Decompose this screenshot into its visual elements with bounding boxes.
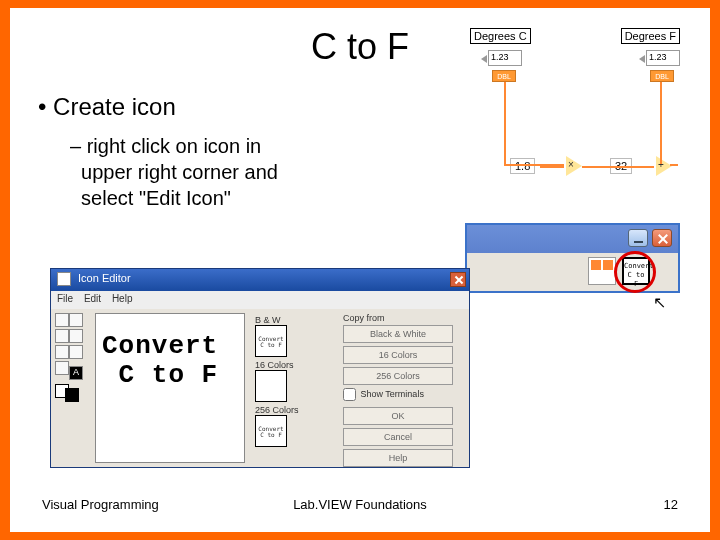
bw-label: B & W: [255, 315, 333, 325]
add-op: +: [656, 156, 672, 176]
bullet-1: • Create icon: [38, 93, 176, 121]
footer-page-number: 12: [664, 497, 678, 512]
filled-rect-tool[interactable]: [69, 345, 83, 359]
copy-bw-button[interactable]: Black & White: [343, 325, 453, 343]
cancel-button[interactable]: Cancel: [343, 428, 453, 446]
fill-tool[interactable]: [69, 329, 83, 343]
close-icon[interactable]: [450, 272, 466, 287]
preview-column: B & W ConvertC to F 16 Colors 256 Colors…: [255, 315, 333, 450]
vi-icon[interactable]: ConvertC to F: [622, 257, 650, 285]
connector-pane[interactable]: [588, 257, 616, 285]
copy-from-label: Copy from: [343, 313, 461, 323]
menu-bar[interactable]: File Edit Help: [51, 291, 469, 309]
canvas-line-2: C to F: [119, 360, 219, 390]
select-tool[interactable]: [55, 361, 69, 375]
ok-button[interactable]: OK: [343, 407, 453, 425]
pencil-tool[interactable]: [55, 313, 69, 327]
text-tool[interactable]: A: [69, 366, 83, 380]
bw-preview[interactable]: ConvertC to F: [255, 325, 287, 357]
copy-16-button[interactable]: 16 Colors: [343, 346, 453, 364]
numeric-indicator: 1.23: [646, 50, 680, 66]
button-column: Copy from Black & White 16 Colors 256 Co…: [343, 313, 461, 470]
line-tool[interactable]: [69, 313, 83, 327]
icon-editor-window: Icon Editor File Edit Help A Convert C t…: [50, 268, 470, 468]
slide: C to F • Create icon – right click on ic…: [10, 8, 710, 532]
window-title: Icon Editor: [78, 272, 131, 284]
degrees-f-label: Degrees F: [621, 28, 680, 44]
numeric-control: 1.23: [488, 50, 522, 66]
degrees-c-label: Degrees C: [470, 28, 531, 44]
icon-canvas[interactable]: Convert C to F: [95, 313, 245, 463]
canvas-line-1: Convert: [102, 331, 218, 361]
dropper-tool[interactable]: [55, 329, 69, 343]
multiply-op: ×: [566, 156, 582, 176]
show-terminals-check[interactable]: Show Terminals: [343, 388, 461, 401]
c256-preview[interactable]: ConvertC to F: [255, 415, 287, 447]
c16-preview[interactable]: [255, 370, 287, 402]
block-diagram: Degrees C Degrees F 1.23 1.23 DBL DBL 1.…: [470, 28, 680, 208]
close-button[interactable]: [652, 229, 672, 247]
footer-center: Lab.VIEW Foundations: [10, 497, 710, 512]
dbl-tag-2: DBL: [650, 70, 674, 82]
app-icon: [57, 272, 71, 286]
help-button[interactable]: Help: [343, 449, 453, 467]
cursor-icon: ↖: [653, 293, 666, 312]
dbl-tag-1: DBL: [492, 70, 516, 82]
vi-window-corner: ConvertC to F ↖: [465, 223, 680, 293]
bullet-2: – right click on icon in upper right cor…: [70, 133, 278, 211]
window-titlebar: Icon Editor: [51, 269, 469, 291]
color-swatches[interactable]: [55, 384, 85, 398]
tool-palette: A: [55, 313, 87, 398]
minimize-button[interactable]: [628, 229, 648, 247]
rect-tool[interactable]: [55, 345, 69, 359]
c256-label: 256 Colors: [255, 405, 333, 415]
c16-label: 16 Colors: [255, 360, 333, 370]
constant-1: 1.8: [510, 158, 535, 174]
copy-256-button[interactable]: 256 Colors: [343, 367, 453, 385]
